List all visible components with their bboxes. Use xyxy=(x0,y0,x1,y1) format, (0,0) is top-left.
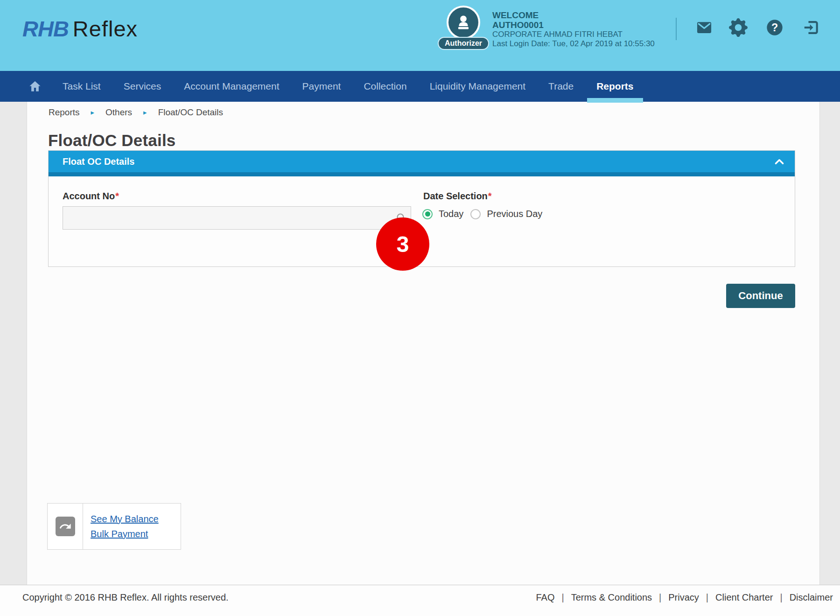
logout-button[interactable] xyxy=(801,18,821,37)
welcome-label: WELCOME xyxy=(492,10,655,20)
rhb-reflex-logo[interactable]: RHBReflex xyxy=(22,15,138,43)
copyright-text: Copyright © 2016 RHB Reflex. All rights … xyxy=(22,592,229,616)
nav-item-payment[interactable]: Payment xyxy=(302,71,341,102)
nav-item-services[interactable]: Services xyxy=(124,71,161,102)
avatar[interactable] xyxy=(447,6,480,39)
mail-button[interactable] xyxy=(694,18,714,37)
breadcrumb-arrow-icon: ▸ xyxy=(91,108,95,117)
page-background: Reports ▸ Others ▸ Float/OC Details Floa… xyxy=(0,102,840,585)
annotation-step-badge: 3 xyxy=(376,217,429,271)
bulk-payment-link[interactable]: Bulk Payment xyxy=(91,529,181,539)
nav-item-account-management[interactable]: Account Management xyxy=(184,71,279,102)
footer-separator: | xyxy=(561,592,564,603)
help-icon: ? xyxy=(765,18,784,37)
account-no-input[interactable] xyxy=(63,206,411,230)
header-divider xyxy=(676,18,677,40)
settings-button[interactable] xyxy=(728,18,748,37)
collapse-panel-button[interactable] xyxy=(773,157,785,166)
quick-links-list: See My Balance Bulk Payment xyxy=(83,504,181,549)
logo-brand-text: RHB xyxy=(22,16,69,41)
footer-links: FAQ | Terms & Conditions | Privacy | Cli… xyxy=(536,592,833,616)
account-no-field-wrap xyxy=(63,206,411,230)
footer-link-terms[interactable]: Terms & Conditions xyxy=(571,592,652,603)
rhb-reflex-app: RHBReflex Authorizer WELCOME AUTHO0001 C… xyxy=(0,0,840,616)
header: RHBReflex Authorizer WELCOME AUTHO0001 C… xyxy=(0,0,840,71)
page-title: Float/OC Details xyxy=(48,131,176,150)
radio-previous-day-label[interactable]: Previous Day xyxy=(487,209,542,219)
date-selection-label: Date Selection* xyxy=(423,191,492,202)
nav-item-task-list[interactable]: Task List xyxy=(63,71,101,102)
footer-link-privacy[interactable]: Privacy xyxy=(668,592,699,603)
chevron-up-icon xyxy=(773,157,785,166)
active-tab-underline xyxy=(587,98,643,103)
radio-previous-day[interactable] xyxy=(470,209,481,219)
gear-icon xyxy=(729,18,748,37)
nav-item-liquidity-management[interactable]: Liquidity Management xyxy=(430,71,525,102)
breadcrumb-current: Float/OC Details xyxy=(158,107,223,118)
nav-item-collection[interactable]: Collection xyxy=(364,71,406,102)
required-marker: * xyxy=(115,191,119,201)
footer-link-disclaimer[interactable]: Disclaimer xyxy=(790,592,833,603)
radio-today[interactable] xyxy=(422,209,433,219)
nav-item-reports[interactable]: Reports xyxy=(596,71,633,102)
breadcrumb-reports[interactable]: Reports xyxy=(49,107,80,118)
footer-separator: | xyxy=(780,592,782,603)
date-selection-radio-group: Today Previous Day xyxy=(422,209,549,219)
breadcrumb: Reports ▸ Others ▸ Float/OC Details xyxy=(49,107,223,118)
required-marker: * xyxy=(488,191,492,201)
nav-home[interactable] xyxy=(28,79,42,93)
last-login: Last Login Date: Tue, 02 Apr 2019 at 10:… xyxy=(492,39,655,49)
see-my-balance-link[interactable]: See My Balance xyxy=(91,514,181,525)
user-id: AUTHO0001 xyxy=(492,20,655,30)
nav-item-reports-label: Reports xyxy=(596,81,633,92)
panel-header[interactable]: Float OC Details xyxy=(49,151,795,176)
radio-dot xyxy=(425,211,430,217)
footer: Copyright © 2016 RHB Reflex. All rights … xyxy=(0,585,840,616)
panel-title: Float OC Details xyxy=(63,156,773,167)
user-profile[interactable]: Authorizer xyxy=(438,6,489,50)
nav-item-trade[interactable]: Trade xyxy=(548,71,574,102)
welcome-block: WELCOME AUTHO0001 CORPORATE AHMAD FITRI … xyxy=(492,10,655,49)
continue-button[interactable]: Continue xyxy=(726,284,795,308)
footer-separator: | xyxy=(706,592,708,603)
account-no-label: Account No* xyxy=(63,191,119,202)
quick-links-icon-cell xyxy=(48,504,83,549)
help-button[interactable]: ? xyxy=(765,18,784,37)
corporate-name: CORPORATE AHMAD FITRI HEBAT xyxy=(492,30,655,39)
main-nav: Task List Services Account Management Pa… xyxy=(0,71,840,102)
mail-icon xyxy=(695,19,713,36)
stamp-user-icon xyxy=(455,14,472,31)
redirect-arrow-icon xyxy=(56,517,75,536)
breadcrumb-others[interactable]: Others xyxy=(105,107,132,118)
quick-links-box: See My Balance Bulk Payment xyxy=(47,503,181,550)
home-icon xyxy=(28,79,42,93)
footer-separator: | xyxy=(659,592,661,603)
content-area: Reports ▸ Others ▸ Float/OC Details Floa… xyxy=(27,102,820,585)
svg-text:?: ? xyxy=(771,21,778,34)
radio-today-label[interactable]: Today xyxy=(439,209,463,219)
breadcrumb-arrow-icon: ▸ xyxy=(143,108,147,117)
logo-product-text: Reflex xyxy=(73,16,138,41)
logout-icon xyxy=(802,19,820,36)
footer-link-client-charter[interactable]: Client Charter xyxy=(715,592,773,603)
role-badge: Authorizer xyxy=(438,37,489,50)
footer-link-faq[interactable]: FAQ xyxy=(536,592,554,603)
